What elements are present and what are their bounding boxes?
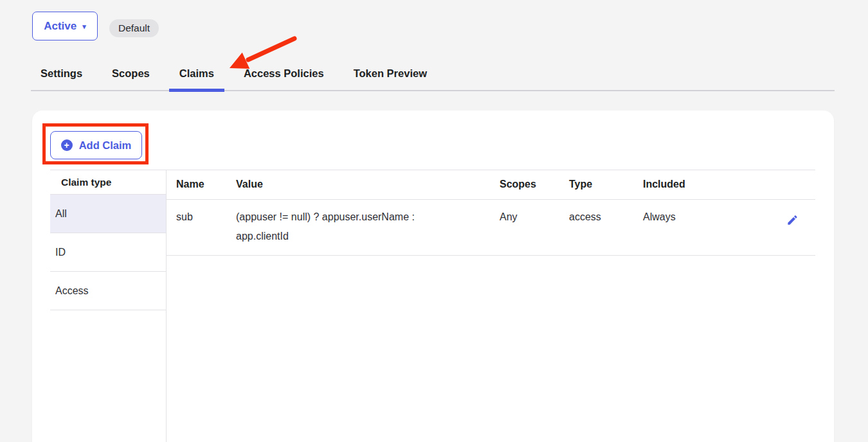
authorization-server-claims-page: Active ▾ Default Settings Scopes Claims … bbox=[0, 0, 868, 442]
tab-token-preview[interactable]: Token Preview bbox=[354, 64, 427, 90]
default-badge: Default bbox=[109, 19, 159, 37]
column-header-type: Type bbox=[559, 170, 633, 199]
column-header-included: Included bbox=[633, 170, 743, 199]
column-header-name: Name bbox=[167, 170, 226, 199]
claim-type-cell: access bbox=[559, 200, 633, 255]
add-claim-button[interactable]: + Add Claim bbox=[50, 131, 142, 159]
column-header-scopes: Scopes bbox=[490, 170, 559, 199]
edit-claim-button[interactable] bbox=[786, 213, 799, 226]
column-header-value: Value bbox=[226, 170, 490, 199]
tab-scopes[interactable]: Scopes bbox=[112, 64, 150, 90]
claim-included-cell: Always bbox=[633, 200, 743, 255]
tab-claims[interactable]: Claims bbox=[179, 64, 214, 90]
claims-table-header: Name Value Scopes Type Included bbox=[167, 170, 815, 200]
claim-value-cell: (appuser != null) ? appuser.userName : a… bbox=[226, 200, 490, 255]
claims-table: Name Value Scopes Type Included sub (app… bbox=[167, 170, 815, 256]
sidebar-item-access[interactable]: Access bbox=[50, 272, 166, 310]
tab-bar: Settings Scopes Claims Access Policies T… bbox=[31, 64, 835, 91]
claims-panel: + Add Claim Claim type All ID Access Nam… bbox=[32, 110, 834, 442]
tab-settings[interactable]: Settings bbox=[41, 64, 82, 90]
caret-down-icon: ▾ bbox=[82, 23, 86, 30]
claim-type-sidebar: Claim type All ID Access bbox=[50, 170, 166, 310]
column-header-actions bbox=[743, 170, 815, 199]
edit-pencil-icon bbox=[786, 214, 799, 226]
claim-name-cell: sub bbox=[167, 200, 226, 255]
status-dropdown-label: Active bbox=[44, 20, 77, 33]
tab-access-policies[interactable]: Access Policies bbox=[244, 64, 324, 90]
claim-value-text: (appuser != null) ? appuser.userName : a… bbox=[236, 208, 448, 246]
claim-type-header: Claim type bbox=[50, 170, 166, 195]
sidebar-item-id[interactable]: ID bbox=[50, 233, 166, 272]
plus-circle-icon: + bbox=[61, 139, 73, 151]
sidebar-item-all[interactable]: All bbox=[50, 195, 166, 233]
claim-actions-cell bbox=[743, 200, 815, 255]
status-dropdown[interactable]: Active ▾ bbox=[32, 12, 98, 40]
table-row: sub (appuser != null) ? appuser.userName… bbox=[167, 200, 815, 256]
claim-scopes-cell: Any bbox=[490, 200, 559, 255]
add-claim-label: Add Claim bbox=[79, 139, 132, 152]
